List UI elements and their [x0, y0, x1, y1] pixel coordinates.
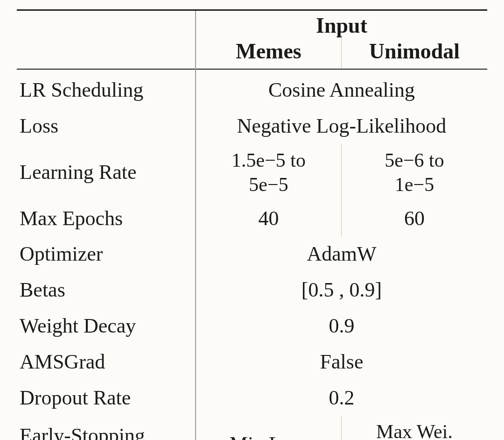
label-betas: Betas — [17, 272, 196, 308]
table-row: Learning Rate 1.5e−5 to 5e−5 5e−6 to 1e−… — [17, 144, 487, 201]
table-row: Max Epochs 40 60 — [17, 201, 487, 237]
table-row: Dropout Rate 0.2 — [17, 380, 487, 416]
hyperparameter-table: Input Memes Unimodal LR Scheduling Cosin… — [17, 9, 487, 440]
value-lr-scheduling: Cosine Annealing — [196, 69, 487, 108]
value-dropout-rate: 0.2 — [196, 380, 487, 416]
value-betas: [0.5 , 0.9] — [196, 272, 487, 308]
table-row: Optimizer AdamW — [17, 236, 487, 272]
hyperparameter-table-container: Input Memes Unimodal LR Scheduling Cosin… — [0, 0, 504, 440]
label-optimizer: Optimizer — [17, 236, 196, 272]
label-weight-decay: Weight Decay — [17, 308, 196, 344]
lr-memes-line2: 5e−5 — [249, 174, 288, 195]
table-row: LR Scheduling Cosine Annealing — [17, 69, 487, 108]
lr-uni-line2: 1e−5 — [395, 174, 434, 195]
header-memes: Memes — [196, 38, 341, 69]
table-row: Betas [0.5 , 0.9] — [17, 272, 487, 308]
label-amsgrad: AMSGrad — [17, 344, 196, 380]
value-learning-rate-unimodal: 5e−6 to 1e−5 — [342, 144, 488, 201]
lr-uni-line1: 5e−6 to — [385, 149, 444, 171]
table-row: Early-Stopping (per Meme Validation set)… — [17, 416, 487, 440]
label-max-epochs: Max Epochs — [17, 201, 196, 237]
label-loss: Loss — [17, 108, 196, 144]
es-uni-line1: Max Wei. — [376, 421, 453, 440]
header-blank — [17, 10, 196, 70]
label-dropout-rate: Dropout Rate — [17, 380, 196, 416]
value-learning-rate-memes: 1.5e−5 to 5e−5 — [196, 144, 341, 201]
label-early-stopping-main: Early-Stopping — [20, 425, 190, 440]
label-learning-rate: Learning Rate — [17, 144, 196, 201]
header-unimodal: Unimodal — [342, 38, 488, 69]
table-row: AMSGrad False — [17, 344, 487, 380]
label-early-stopping: Early-Stopping (per Meme Validation set) — [17, 416, 196, 440]
table-row: Loss Negative Log-Likelihood — [17, 108, 487, 144]
value-loss: Negative Log-Likelihood — [196, 108, 487, 144]
value-max-epochs-unimodal: 60 — [342, 201, 488, 237]
value-max-epochs-memes: 40 — [196, 201, 341, 237]
lr-memes-line1: 1.5e−5 to — [231, 149, 306, 171]
value-weight-decay: 0.9 — [196, 308, 487, 344]
value-optimizer: AdamW — [196, 236, 487, 272]
table-row: Weight Decay 0.9 — [17, 308, 487, 344]
header-input: Input — [196, 10, 487, 38]
label-lr-scheduling: LR Scheduling — [17, 69, 196, 108]
value-early-stopping-unimodal: Max Wei. F1 — [342, 416, 488, 440]
value-early-stopping-memes: Min Loss — [196, 416, 341, 440]
value-amsgrad: False — [196, 344, 487, 380]
